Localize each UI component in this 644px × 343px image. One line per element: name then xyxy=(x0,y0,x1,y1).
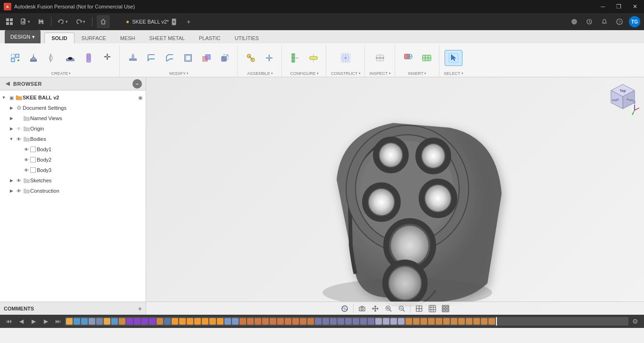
display-mode-button[interactable] xyxy=(413,303,425,314)
tl-item-30[interactable] xyxy=(285,318,291,325)
tab-solid[interactable]: SOLID xyxy=(44,33,74,43)
tree-bodies[interactable]: ▼ 👁 Bodies xyxy=(0,134,146,144)
tl-item-29[interactable] xyxy=(277,318,284,325)
tl-item-12[interactable] xyxy=(149,318,156,325)
zoom-button[interactable] xyxy=(383,303,394,314)
add-comment-button[interactable]: + xyxy=(138,305,142,312)
grid-button[interactable] xyxy=(427,303,438,314)
tl-item-57[interactable] xyxy=(488,318,495,325)
browser-menu-button[interactable]: – xyxy=(132,79,142,89)
tree-construction[interactable]: ▶ 👁 Construction xyxy=(0,186,146,196)
tl-item-26[interactable] xyxy=(255,318,261,325)
tl-item-37[interactable] xyxy=(338,318,344,325)
origin-toggle[interactable]: ▶ xyxy=(8,125,15,132)
file-button[interactable]: ▾ xyxy=(18,17,33,26)
tl-item-47[interactable] xyxy=(413,318,420,325)
body2-visibility[interactable]: 👁 xyxy=(23,156,30,163)
tl-item-25[interactable] xyxy=(247,318,254,325)
move2-button[interactable] xyxy=(216,50,233,65)
tl-item-55[interactable] xyxy=(473,318,480,325)
redo-button[interactable]: ▾ xyxy=(73,17,88,26)
tree-named-views[interactable]: ▶ Named Views xyxy=(0,113,146,123)
tab-close-button[interactable]: × xyxy=(172,18,176,25)
new-component-button[interactable] xyxy=(7,50,24,65)
online-button[interactable] xyxy=(569,17,580,26)
select1-button[interactable] xyxy=(445,50,462,66)
tl-item-50[interactable] xyxy=(436,318,442,325)
viewport[interactable]: Top Front Right X Y Z xyxy=(146,77,644,315)
timeline-next-step[interactable]: ▶ xyxy=(41,316,51,327)
timeline-next-end[interactable]: ⏭ xyxy=(53,316,63,327)
maximize-button[interactable]: ❐ xyxy=(613,2,624,11)
doc-settings-toggle[interactable]: ▶ xyxy=(8,104,15,112)
tl-item-20[interactable] xyxy=(209,318,216,325)
orbit-button[interactable] xyxy=(339,303,350,314)
chamfer-button[interactable] xyxy=(161,50,178,65)
tree-body2[interactable]: 👁 Body2 xyxy=(0,155,146,165)
bodies-toggle[interactable]: ▼ xyxy=(8,135,15,143)
tl-item-23[interactable] xyxy=(232,318,239,325)
sketches-toggle[interactable]: ▶ xyxy=(8,177,15,184)
tl-item-7[interactable] xyxy=(111,318,118,325)
tl-item-36[interactable] xyxy=(330,318,337,325)
tl-item-21[interactable] xyxy=(217,318,223,325)
origin-visibility[interactable]: 👁 xyxy=(15,125,23,132)
tl-item-4[interactable] xyxy=(89,318,95,325)
configure2-button[interactable] xyxy=(305,50,322,65)
tl-item-11[interactable] xyxy=(141,318,148,325)
tl-item-48[interactable] xyxy=(421,318,427,325)
tl-item-22[interactable] xyxy=(224,318,231,325)
timeline-play[interactable]: ▶ xyxy=(28,316,39,327)
tl-item-38[interactable] xyxy=(345,318,352,325)
tab-plastic[interactable]: PLASTIC xyxy=(192,33,228,43)
fillet-button[interactable] xyxy=(143,50,160,65)
tree-root[interactable]: ▼ ▣ SKEE BALL v2 ◉ xyxy=(0,92,146,103)
root-visibility[interactable]: ▣ xyxy=(8,94,15,101)
construct1-button[interactable] xyxy=(337,50,354,65)
tl-item-1[interactable] xyxy=(66,318,73,325)
document-tab[interactable]: ● SKEE BALL v2* × xyxy=(120,16,182,27)
tl-item-18[interactable] xyxy=(194,318,201,325)
view-options-button[interactable] xyxy=(440,303,451,314)
browser-collapse-button[interactable]: ◀ xyxy=(4,80,11,88)
tl-item-2[interactable] xyxy=(74,318,80,325)
timeline-prev-step[interactable]: ◀ xyxy=(16,316,26,327)
tl-item-41[interactable] xyxy=(368,318,374,325)
zoom-extents-button[interactable] xyxy=(396,303,407,314)
press-pull-button[interactable] xyxy=(124,50,141,65)
inspect1-button[interactable]: ↔ xyxy=(372,50,388,65)
tl-item-16[interactable] xyxy=(179,318,186,325)
sketches-visibility[interactable]: 👁 xyxy=(15,177,23,184)
close-button[interactable]: ✕ xyxy=(630,2,640,11)
insert1-button[interactable] xyxy=(400,50,417,65)
revolve-button[interactable] xyxy=(43,50,60,65)
construction-toggle[interactable]: ▶ xyxy=(8,187,15,195)
tl-item-34[interactable] xyxy=(315,318,322,325)
tl-item-32[interactable] xyxy=(300,318,306,325)
hole-button[interactable] xyxy=(62,50,79,65)
tl-item-31[interactable] xyxy=(292,318,299,325)
camera-button[interactable] xyxy=(356,303,368,314)
tl-item-53[interactable] xyxy=(458,318,465,325)
tree-sketches[interactable]: ▶ 👁 Sketches xyxy=(0,175,146,186)
configure1-button[interactable] xyxy=(287,50,304,65)
home-button[interactable] xyxy=(97,15,110,28)
timeline-settings-button[interactable]: ⚙ xyxy=(630,318,640,325)
root-toggle[interactable]: ▼ xyxy=(0,94,8,101)
tl-item-13[interactable] xyxy=(157,318,163,325)
tab-mesh[interactable]: MESH xyxy=(113,33,142,43)
tl-item-10[interactable] xyxy=(134,318,140,325)
history-button[interactable] xyxy=(584,17,595,26)
tl-item-52[interactable] xyxy=(451,318,457,325)
help-button[interactable]: ? xyxy=(614,17,625,26)
pan-button[interactable] xyxy=(370,303,381,314)
tl-item-40[interactable] xyxy=(360,318,367,325)
save-button[interactable] xyxy=(35,17,47,26)
tl-item-44[interactable] xyxy=(390,318,397,325)
joint-button[interactable] xyxy=(242,50,259,65)
notification-button[interactable] xyxy=(599,17,610,26)
tl-item-27[interactable] xyxy=(262,318,269,325)
tl-item-33[interactable] xyxy=(307,318,314,325)
named-views-toggle[interactable]: ▶ xyxy=(8,114,15,122)
tree-origin[interactable]: ▶ 👁 Origin xyxy=(0,123,146,134)
